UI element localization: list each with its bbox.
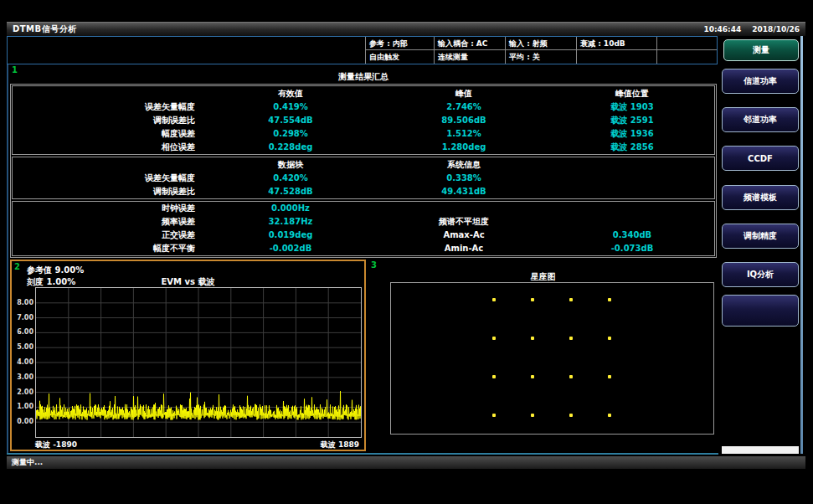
results-summary-panel[interactable]: 1 测量结果汇总 有效值 峰值 峰值位置 误差矢量幅度 0.419% 2.746… [10,65,717,258]
sidebar-footer-strip [722,446,799,454]
softkey-measure[interactable]: 测量 [723,39,799,61]
y-axis-tick: 2.00 [13,388,33,396]
amin-value: -0.073dB [550,242,714,255]
peak-value: 1.512% [378,127,550,141]
screen: { "titlebar": { "title": "DTMB信号分析", "ti… [0,0,813,504]
col-header-system-info: 系统信息 [378,157,550,172]
peak-value: 89.506dB [378,114,550,127]
constellation-plot-area[interactable] [390,282,714,435]
clock: 10:46:44 2018/10/26 [695,25,800,33]
rms-value: 0.228deg [203,141,378,154]
y-axis-tick: 1.00 [13,403,33,410]
status-input: 输入 : 射频 [505,37,576,50]
y-axis-tick: 0.00 [13,418,33,425]
table-row: 幅度误差 0.298% 1.512% 载波 1936 [13,127,714,141]
softkey-blank[interactable] [722,295,799,327]
peak-pos: 载波 1903 [550,100,714,114]
rms-value: 47.554dB [203,114,378,127]
results-summary-title: 测量结果汇总 [10,71,717,83]
constellation-point [569,337,573,340]
x-axis-right-label: 载波 1889 [321,440,359,450]
table-row: 时钟误差 0.000Hz [13,202,714,215]
status-average: 平均 : 关 [505,50,576,64]
date-text: 2018/10/26 [752,25,800,33]
reference-value-label: 参考值 9.00% [27,265,84,276]
evm-plot-area[interactable] [35,287,362,438]
status-empty-3 [656,50,717,64]
constellation-point [569,375,573,378]
row-label: 正交误差 [13,229,203,242]
y-axis-tick: 7.00 [13,314,33,321]
softkey-ccdf[interactable]: CCDF [722,146,799,171]
row-label: 相位误差 [13,141,203,154]
status-attenuation: 衰减 : 10dB [576,37,656,50]
window-left-border [7,36,8,453]
status-empty-2 [576,50,656,64]
amax-value: 0.340dB [550,229,714,242]
row-label: 频率误差 [13,215,203,229]
softkey-iq-analysis[interactable]: IQ分析 [722,262,799,287]
table-row: 调制误差比 47.528dB 49.431dB [13,185,714,198]
constellation-point [531,375,534,378]
results-section-per-carrier: 有效值 峰值 峰值位置 误差矢量幅度 0.419% 2.746% 载波 1903… [12,85,715,155]
table-row: 频率误差 32.187Hz 频谱不平坦度 [13,215,714,229]
softkey-spectrum-mask[interactable]: 频谱模板 [722,185,799,210]
sysinfo-value: 49.431dB [378,185,550,198]
row-right [550,215,714,229]
status-message: 测量中... [12,458,43,466]
row-value: -0.002dB [203,242,378,255]
constellation-point [608,337,611,340]
x-axis-left-label: 载波 -1890 [35,440,77,450]
panel-number-3: 3 [371,260,377,270]
table-row: 误差矢量幅度 0.419% 2.746% 载波 1903 [13,100,714,114]
status-message-bar: 测量中... [7,456,805,469]
constellation-point [492,298,496,301]
status-cells: 参考 : 内部 输入耦合 : AC 输入 : 射频 衰减 : 10dB 自由触发… [365,37,717,64]
softkey-adjacent-power[interactable]: 邻道功率 [722,107,799,132]
title-bar: DTMB信号分析 10:46:44 2018/10/26 [7,22,805,36]
rms-value: 0.419% [203,100,378,114]
constellation-point [492,337,496,340]
constellation-point [608,375,611,378]
table-row: 调制误差比 47.554dB 89.506dB 载波 2591 [13,114,714,127]
table-row: 误差矢量幅度 0.420% 0.338% [13,172,714,185]
row-label: 误差矢量幅度 [13,172,203,185]
y-axis-tick: 6.00 [13,328,33,336]
y-axis-tick: 5.00 [13,343,33,351]
table-row: 相位误差 0.228deg 1.280deg 载波 2856 [13,141,714,154]
results-section-errors: 时钟误差 0.000Hz 频率误差 32.187Hz 频谱不平坦度 正交误差 0… [12,201,715,256]
amax-label: Amax-Ac [378,229,550,242]
peak-pos: 载波 2591 [550,114,714,127]
table-header-row: 有效值 峰值 峰值位置 [13,86,714,100]
row-value: 0.019deg [203,229,378,242]
peak-pos: 载波 2856 [550,141,714,154]
sidebar-rail [800,36,803,454]
table-row: 正交误差 0.019deg Amax-Ac 0.340dB [13,229,714,242]
row-right [550,202,714,215]
evm-chart-title: EVM vs 载波 [12,276,364,288]
y-axis-tick: 8.00 [13,299,33,306]
constellation-point [569,414,573,417]
amin-label: Amin-Ac [378,242,550,255]
constellation-point [531,337,534,340]
flatness-header: 频谱不平坦度 [378,215,550,229]
row-label: 时钟误差 [13,202,203,215]
col-header-rms: 有效值 [203,86,378,100]
evm-chart-panel[interactable]: 2 参考值 9.00% 刻度 1.00% EVM vs 载波 载波 -1890 … [10,260,366,451]
peak-value: 2.746% [378,100,550,114]
col-header-peak: 峰值 [378,86,550,100]
constellation-panel[interactable]: 3 星座图 [368,260,718,451]
row-label: 幅度误差 [13,127,203,141]
row-value: 0.000Hz [203,202,378,215]
constellation-point [492,375,496,378]
panel-number-2: 2 [14,262,20,271]
sysinfo-value: 0.338% [378,172,550,185]
time-text: 10:46:44 [703,25,741,33]
app-title: DTMB信号分析 [13,23,77,35]
block-value: 47.528dB [203,185,378,198]
status-trigger: 自由触发 [365,50,434,64]
settings-status-bar: 参考 : 内部 输入耦合 : AC 输入 : 射频 衰减 : 10dB 自由触发… [7,36,718,64]
softkey-channel-power[interactable]: 信道功率 [722,69,799,94]
softkey-mod-accuracy[interactable]: 调制精度 [722,224,799,249]
peak-pos: 载波 1936 [550,127,714,141]
